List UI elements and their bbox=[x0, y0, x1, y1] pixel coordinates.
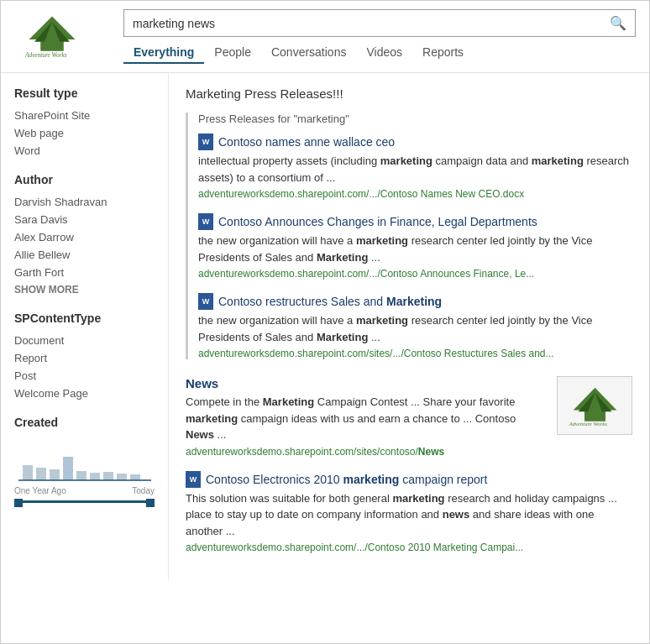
svg-rect-4 bbox=[23, 465, 33, 480]
result-1-url: adventureworksdemo.sharepoint.com/.../Co… bbox=[198, 188, 632, 200]
result-1-title[interactable]: Contoso names anne wallace ceo bbox=[218, 135, 395, 149]
word-doc-icon: W bbox=[198, 213, 213, 230]
press-block-title: Press Releases for "marketing" bbox=[198, 113, 632, 125]
tab-everything[interactable]: Everything bbox=[123, 42, 204, 64]
slider-left-handle[interactable] bbox=[14, 499, 23, 507]
sidebar-item-darvish[interactable]: Darvish Shadravan bbox=[14, 193, 155, 211]
press-releases-block: Press Releases for "marketing" W Contoso… bbox=[186, 113, 632, 359]
result-2-url: adventureworksdemo.sharepoint.com/.../Co… bbox=[198, 268, 632, 280]
tab-reports[interactable]: Reports bbox=[412, 42, 474, 64]
last-result-snippet: This solution was suitable for both gene… bbox=[186, 490, 632, 540]
sidebar-item-sara[interactable]: Sara Davis bbox=[14, 211, 155, 228]
tab-videos[interactable]: Videos bbox=[356, 42, 412, 64]
svg-rect-8 bbox=[76, 471, 86, 480]
result-2-title-text: Contoso Announces Changes in Finance, Le… bbox=[218, 215, 537, 228]
svg-rect-11 bbox=[117, 474, 127, 480]
svg-rect-9 bbox=[90, 473, 100, 480]
svg-marker-0 bbox=[29, 16, 76, 50]
header: Adventure Works 🔍 Everything People Conv… bbox=[1, 1, 649, 73]
spcontenttype-heading: SPContentType bbox=[14, 312, 155, 325]
content-area: Marketing Press Releases!!! Press Releas… bbox=[169, 73, 649, 580]
result-3-title-text: Contoso restructures Sales and Marketing bbox=[218, 295, 442, 308]
chart-area: One Year Ago Today bbox=[14, 436, 155, 486]
svg-rect-6 bbox=[50, 469, 60, 480]
result-item: W Contoso names anne wallace ceo intelle… bbox=[198, 134, 632, 200]
date-slider[interactable] bbox=[14, 500, 155, 507]
tab-people[interactable]: People bbox=[204, 42, 261, 64]
last-result-title[interactable]: Contoso Electronics 2010 marketing campa… bbox=[206, 473, 487, 486]
news-snippet: Compete in the Marketing Campaign Contes… bbox=[186, 394, 543, 443]
word-doc-icon: W bbox=[198, 293, 213, 310]
search-box: 🔍 bbox=[123, 9, 636, 37]
tab-conversations[interactable]: Conversations bbox=[261, 42, 357, 64]
chart-label-left: One Year Ago bbox=[14, 486, 66, 495]
sidebar-item-word[interactable]: Word bbox=[14, 142, 155, 160]
sidebar-item-sharepoint-site[interactable]: SharePoint Site bbox=[14, 107, 155, 124]
created-chart bbox=[14, 436, 155, 482]
svg-rect-10 bbox=[103, 472, 113, 480]
logo-icon: Adventure Works bbox=[14, 13, 90, 59]
author-heading: Author bbox=[14, 173, 155, 186]
sidebar: Result type SharePoint Site Web page Wor… bbox=[1, 73, 169, 580]
svg-text:Adventure Works: Adventure Works bbox=[568, 420, 607, 426]
word-doc-icon: W bbox=[198, 134, 213, 150]
svg-marker-14 bbox=[573, 387, 616, 421]
result-item: W Contoso restructures Sales and Marketi… bbox=[198, 293, 632, 359]
sidebar-item-post[interactable]: Post bbox=[14, 367, 155, 385]
news-content: News Compete in the Marketing Campaign C… bbox=[186, 376, 543, 458]
last-result-url: adventureworksdemo.sharepoint.com/.../Co… bbox=[186, 542, 632, 553]
sidebar-item-report[interactable]: Report bbox=[14, 349, 155, 367]
chart-label-right: Today bbox=[132, 486, 155, 495]
result-1-snippet: intellectual property assets (including … bbox=[198, 153, 632, 186]
chart-labels: One Year Ago Today bbox=[14, 486, 155, 495]
last-result-title-text: Contoso Electronics 2010 marketing campa… bbox=[206, 473, 487, 486]
news-result-item: News Compete in the Marketing Campaign C… bbox=[186, 376, 632, 458]
word-doc-icon: W bbox=[186, 471, 201, 488]
show-more-button[interactable]: SHOW MORE bbox=[14, 281, 155, 298]
search-tabs: Everything People Conversations Videos R… bbox=[123, 42, 636, 64]
result-item: W Contoso Electronics 2010 marketing cam… bbox=[186, 471, 632, 554]
result-2-title[interactable]: Contoso Announces Changes in Finance, Le… bbox=[218, 215, 537, 228]
result-type-heading: Result type bbox=[14, 86, 155, 100]
search-area: 🔍 Everything People Conversations Videos… bbox=[123, 9, 636, 64]
sidebar-item-garth[interactable]: Garth Fort bbox=[14, 264, 155, 281]
promoted-result: Marketing Press Releases!!! bbox=[186, 86, 632, 101]
logo-area: Adventure Works bbox=[14, 13, 107, 61]
created-heading: Created bbox=[14, 416, 155, 429]
sidebar-item-welcome-page[interactable]: Welcome Page bbox=[14, 385, 155, 402]
news-url: adventureworksdemo.sharepoint.com/sites/… bbox=[186, 446, 543, 458]
sidebar-item-alex[interactable]: Alex Darrow bbox=[14, 228, 155, 246]
sidebar-item-document[interactable]: Document bbox=[14, 332, 155, 349]
svg-rect-5 bbox=[36, 468, 46, 480]
result-3-url: adventureworksdemo.sharepoint.com/sites/… bbox=[198, 348, 632, 359]
slider-right-handle[interactable] bbox=[146, 499, 155, 507]
result-1-title-text: Contoso names anne wallace ceo bbox=[218, 135, 395, 149]
result-3-title[interactable]: Contoso restructures Sales and Marketing bbox=[218, 295, 442, 308]
result-3-snippet: the new organization will have a marketi… bbox=[198, 312, 632, 345]
search-button[interactable]: 🔍 bbox=[601, 10, 635, 36]
news-thumbnail: Adventure Works bbox=[557, 376, 632, 435]
sidebar-item-web-page[interactable]: Web page bbox=[14, 124, 155, 142]
news-title[interactable]: News bbox=[186, 376, 543, 390]
search-icon: 🔍 bbox=[610, 16, 626, 30]
result-2-snippet: the new organization will have a marketi… bbox=[198, 233, 632, 265]
search-input[interactable] bbox=[124, 11, 601, 36]
svg-rect-7 bbox=[63, 457, 73, 480]
main-layout: Result type SharePoint Site Web page Wor… bbox=[1, 73, 649, 580]
sidebar-item-allie[interactable]: Allie Bellew bbox=[14, 246, 155, 264]
svg-rect-12 bbox=[130, 474, 140, 480]
svg-text:Adventure Works: Adventure Works bbox=[24, 51, 67, 59]
result-item: W Contoso Announces Changes in Finance, … bbox=[198, 213, 632, 280]
news-thumbnail-logo: Adventure Works bbox=[564, 383, 626, 429]
